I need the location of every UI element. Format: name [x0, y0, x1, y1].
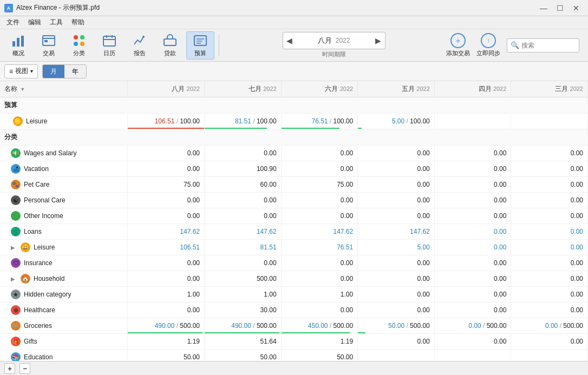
row-name-cell: ▶ 😀 Leisure [0, 240, 128, 255]
svg-point-9 [80, 42, 84, 46]
minimize-button[interactable]: — [536, 3, 551, 14]
toolbar-right: + 添加交易 ↑ 立即同步 🔍 [446, 33, 579, 57]
value-cell: 147.62 [358, 224, 435, 240]
value-cell: 0.00 [281, 161, 358, 177]
list-item: 🟡 Leisure 106.51 / 100.00 81.51 / 100.00… [0, 114, 588, 129]
row-name: Groceries [24, 322, 52, 330]
value-cell: 0.00 [205, 208, 282, 224]
value-cell: 0.00 [511, 146, 588, 161]
row-name-cell: ★ Hidden category [0, 287, 128, 302]
list-item: ⊕ Healthcare 0.00 30.00 0.00 0.00 0.00 0… [0, 302, 588, 318]
row-name: Education [24, 353, 53, 361]
value-cell: 0.00 [434, 161, 511, 177]
sync-button[interactable]: ↑ 立即同步 [476, 33, 500, 57]
value-cell: 0.00 [434, 208, 511, 224]
value-cell: 0.00 [281, 208, 358, 224]
table-container[interactable]: 名称 ▼ 八月 2022 七月 2022 六月 2022 五月 2022 [0, 81, 588, 361]
budget-limit: 100.00 [334, 117, 354, 125]
row-name-cell: 💲 Loans [0, 224, 128, 239]
budget-cell: 5.00 / 100.00 [358, 114, 435, 129]
value-cell: 0.00 [281, 271, 358, 287]
menu-file[interactable]: 文件 [2, 17, 24, 28]
add-transaction-button[interactable]: + 添加交易 [446, 33, 470, 57]
toolbar-budget[interactable]: 预算 [186, 31, 214, 60]
toolbar-report[interactable]: 报告 [126, 31, 154, 60]
budget-limit: 500.00 [257, 322, 277, 330]
col-may: 五月 2022 [358, 81, 435, 97]
value-cell: 0.00 [128, 146, 205, 161]
nav-next-button[interactable]: ▶ [372, 32, 385, 49]
value-cell: 0.00 [434, 177, 511, 193]
list-item: 🏖 Vacation 0.00 100.90 0.00 0.00 0.00 0.… [0, 161, 588, 177]
row-name-cell: ▶ 🏠 Household [0, 271, 128, 286]
value-cell: 0.00 [358, 302, 435, 318]
maximize-button[interactable]: ☐ [552, 3, 567, 14]
category-icon-hidden: ★ [11, 290, 21, 299]
window-controls[interactable]: — ☐ ✕ [536, 3, 584, 14]
budget-limit: 500.00 [563, 322, 583, 330]
row-name-cell: 🟡 Leisure [0, 114, 128, 129]
expand-icon-leisure[interactable]: ▶ [11, 245, 15, 251]
value-cell: 76.51 [281, 240, 358, 255]
category-icon-personalcare: ☯ [11, 195, 21, 205]
row-name: Leisure [34, 244, 55, 251]
remove-row-button[interactable]: − [19, 363, 30, 374]
calendar-label: 日历 [103, 49, 115, 57]
budget-limit: 500.00 [180, 322, 200, 330]
search-input[interactable] [521, 42, 576, 49]
toolbar-category[interactable]: 分类 [65, 31, 93, 60]
budget-table: 名称 ▼ 八月 2022 七月 2022 六月 2022 五月 2022 [0, 81, 588, 361]
value-cell: 0.00 [434, 271, 511, 287]
col-name-label: 名称 [4, 85, 17, 93]
svg-point-14 [142, 36, 145, 38]
col-apr: 四月 2022 [434, 81, 511, 97]
col-jul: 七月 2022 [205, 81, 282, 97]
svg-rect-16 [194, 36, 206, 45]
row-name: Vacation [24, 165, 49, 173]
tab-year[interactable]: 年 [64, 65, 86, 78]
menu-help[interactable]: 帮助 [67, 17, 89, 28]
toolbar-calendar[interactable]: 日历 [95, 31, 123, 60]
value-cell: 0.00 [511, 177, 588, 193]
budget-value: 490.00 [231, 322, 251, 330]
row-name-cell: 🎁 Gifts [0, 334, 128, 349]
tab-group: 月 年 [42, 64, 87, 78]
section-category: 分类 [0, 129, 588, 146]
row-name: Pet Care [24, 181, 49, 188]
menu-edit[interactable]: 编辑 [24, 17, 45, 28]
menu-bar: 文件 编辑 工具 帮助 [0, 16, 588, 29]
nav-container: ◀ 八月 2022 ▶ 时间期限 [283, 32, 386, 58]
svg-rect-0 [12, 41, 15, 47]
value-cell: 0.00 [281, 146, 358, 161]
category-icon [71, 33, 87, 48]
toolbar-transaction[interactable]: 交易 [35, 31, 63, 60]
budget-value: 490.00 [155, 322, 175, 330]
value-cell: 0.00 [511, 240, 588, 255]
toolbar-overview[interactable]: 概况 [4, 31, 32, 60]
list-item: 💲 Loans 147.62 147.62 147.62 147.62 0.00… [0, 224, 588, 240]
value-cell: 0.00 [128, 302, 205, 318]
expand-icon-household[interactable]: ▶ [11, 276, 15, 282]
app-icon: A [4, 4, 13, 12]
nav-prev-button[interactable]: ◀ [283, 32, 296, 49]
report-icon [132, 33, 147, 48]
value-cell: 0.00 [511, 208, 588, 224]
toolbar-separator [219, 35, 219, 56]
add-row-button[interactable]: + [4, 363, 15, 374]
value-cell: 1.00 [128, 287, 205, 302]
category-icon-leisure: 😀 [21, 242, 30, 252]
table-header-row: 名称 ▼ 八月 2022 七月 2022 六月 2022 五月 2022 [0, 81, 588, 97]
search-box[interactable]: 🔍 [507, 38, 579, 52]
value-cell: 0.00 [358, 287, 435, 302]
value-cell: 0.00 [434, 240, 511, 255]
row-name: Insurance [24, 259, 53, 267]
tab-month[interactable]: 月 [43, 65, 64, 78]
toolbar-loan[interactable]: 贷款 [156, 31, 184, 60]
budget-cell: 50.00 / 500.00 [358, 318, 435, 334]
value-cell: 0.00 [128, 271, 205, 287]
close-button[interactable]: ✕ [569, 3, 584, 14]
budget-value: 106.51 [155, 117, 175, 125]
view-dropdown[interactable]: ≡ 视图 ▾ [4, 64, 38, 78]
value-cell: 0.00 [434, 334, 511, 350]
menu-tools[interactable]: 工具 [45, 17, 67, 28]
